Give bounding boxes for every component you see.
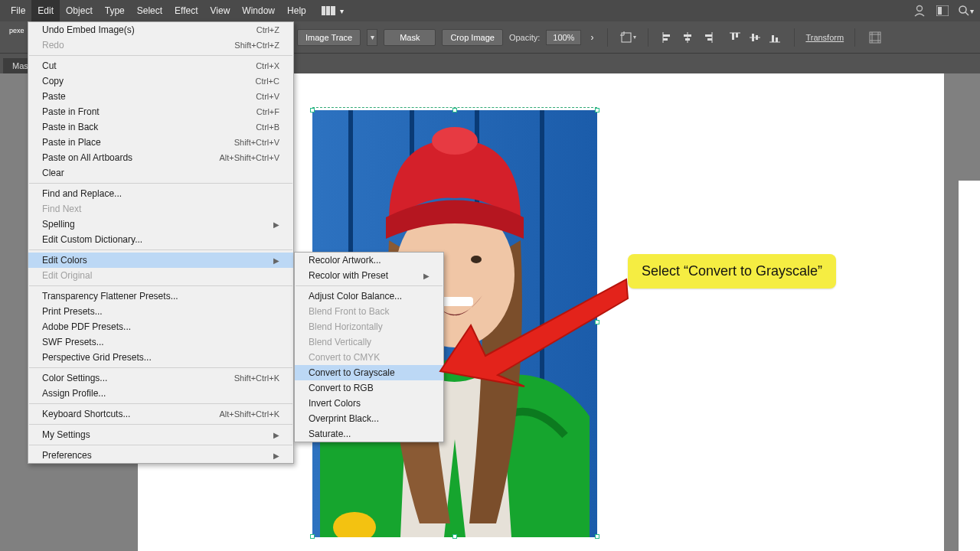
edit-menu-item[interactable]: My Settings▶	[28, 427, 293, 442]
svg-rect-12	[663, 34, 670, 37]
crop-image-button[interactable]: Crop Image	[442, 29, 502, 46]
edit-menu-item[interactable]: Print Presets...	[28, 304, 293, 319]
svg-point-40	[432, 127, 478, 155]
align-group	[659, 29, 783, 46]
edit-colors-submenu-item[interactable]: Convert to Grayscale	[295, 365, 443, 380]
svg-point-6	[959, 6, 966, 13]
svg-rect-13	[663, 38, 668, 41]
align-left-icon[interactable]	[659, 29, 676, 46]
edit-menu-item[interactable]: Keyboard Shortcuts...Alt+Shift+Ctrl+K	[28, 406, 293, 422]
opacity-label: Opacity:	[509, 33, 540, 42]
svg-rect-5	[938, 7, 942, 15]
edit-menu-item[interactable]: SWF Presets...	[28, 334, 293, 350]
edit-colors-submenu-item: Blend Front to Back	[295, 304, 443, 319]
user-icon[interactable]	[910, 2, 929, 19]
edit-menu-item[interactable]: Preferences▶	[28, 448, 293, 463]
edit-colors-submenu-item[interactable]: Overprint Black...	[295, 411, 443, 426]
annotation-callout: Select “Convert to Grayscale”	[628, 254, 836, 289]
opacity-value[interactable]: 100%	[546, 30, 581, 45]
edit-colors-submenu-item[interactable]: Saturate...	[295, 426, 443, 442]
edit-menu-item[interactable]: Color Settings...Shift+Ctrl+K	[28, 370, 293, 386]
menu-object[interactable]: Object	[60, 0, 99, 21]
mask-button[interactable]: Mask	[384, 29, 436, 46]
edit-menu-item[interactable]: Paste in PlaceShift+Ctrl+V	[28, 135, 293, 150]
align-bottom-icon[interactable]	[766, 29, 783, 46]
svg-point-3	[917, 6, 923, 11]
edit-menu-item: Edit Original	[28, 268, 293, 283]
edit-colors-submenu-item: Blend Vertically	[295, 334, 443, 350]
edit-menu-item[interactable]: Perspective Grid Presets...	[28, 350, 293, 365]
svg-rect-19	[707, 38, 712, 41]
edit-menu-item[interactable]: Find and Replace...	[28, 186, 293, 201]
edit-menu-item[interactable]: Adobe PDF Presets...	[28, 319, 293, 334]
svg-rect-27	[772, 35, 774, 42]
edit-menu-item[interactable]: Paste on All ArtboardsAlt+Shift+Ctrl+V	[28, 150, 293, 165]
svg-rect-25	[756, 35, 758, 40]
next-options-icon[interactable]: ›	[587, 32, 596, 43]
svg-rect-2	[331, 6, 335, 15]
edit-menu-item[interactable]: Assign Profile...	[28, 386, 293, 401]
edit-menu-item[interactable]: Transparency Flattener Presets...	[28, 289, 293, 304]
svg-rect-18	[705, 34, 712, 37]
edit-colors-submenu-item: Blend Horizontally	[295, 319, 443, 334]
menu-effect[interactable]: Effect	[168, 0, 204, 21]
search-icon[interactable]: ▾	[956, 2, 975, 19]
edit-dropdown-menu: Undo Embed Image(s)Ctrl+ZRedoShift+Ctrl+…	[28, 21, 294, 464]
menu-window[interactable]: Window	[236, 0, 281, 21]
edit-colors-submenu-item[interactable]: Recolor Artwork...	[295, 253, 443, 268]
transform-link[interactable]: Transform	[805, 33, 844, 42]
menu-file[interactable]: File	[5, 0, 31, 21]
svg-rect-0	[322, 6, 325, 15]
align-top-icon[interactable]	[727, 29, 743, 46]
artboard-next	[959, 181, 980, 551]
menu-select[interactable]: Select	[131, 0, 168, 21]
svg-rect-24	[752, 34, 754, 41]
edit-menu-item: Find Next	[28, 201, 293, 217]
svg-rect-28	[776, 37, 778, 42]
svg-point-42	[471, 256, 482, 263]
edit-menu-item: RedoShift+Ctrl+Z	[28, 37, 293, 53]
edit-menu-item[interactable]: Paste in BackCtrl+B	[28, 119, 293, 135]
menu-type[interactable]: Type	[99, 0, 131, 21]
svg-rect-22	[736, 33, 738, 37]
edit-menu-item[interactable]: CopyCtrl+C	[28, 73, 293, 89]
svg-rect-8	[622, 33, 631, 42]
menu-view[interactable]: View	[204, 0, 237, 21]
edit-colors-submenu-item[interactable]: Invert Colors	[295, 396, 443, 411]
arrange-documents-icon[interactable]	[933, 2, 952, 19]
align-right-icon[interactable]	[699, 29, 716, 46]
svg-line-7	[965, 12, 969, 15]
workspace-switcher-icon[interactable]: ▾	[322, 6, 344, 15]
edit-menu-item[interactable]: Edit Colors▶	[28, 253, 293, 268]
edit-menu-item[interactable]: Edit Custom Dictionary...	[28, 232, 293, 247]
svg-rect-1	[326, 6, 330, 15]
image-trace-dropdown[interactable]: ▾	[367, 29, 377, 46]
svg-rect-15	[684, 34, 691, 37]
align-hcenter-icon[interactable]	[679, 29, 696, 46]
svg-rect-16	[685, 38, 690, 41]
edit-menu-item[interactable]: Clear	[28, 165, 293, 181]
svg-rect-21	[732, 33, 734, 40]
edit-menu-item[interactable]: Undo Embed Image(s)Ctrl+Z	[28, 22, 293, 37]
edit-colors-submenu-item[interactable]: Adjust Color Balance...	[295, 289, 443, 304]
edit-menu-item[interactable]: Paste in FrontCtrl+F	[28, 104, 293, 119]
svg-rect-29	[870, 32, 880, 43]
edit-menu-item[interactable]: CutCtrl+X	[28, 58, 293, 73]
crop-to-artboard-icon[interactable]: ▾	[619, 28, 637, 47]
menu-help[interactable]: Help	[281, 0, 312, 21]
document-name-truncated: pexe	[9, 27, 24, 34]
image-trace-button[interactable]: Image Trace	[297, 29, 361, 46]
edit-colors-submenu-item: Convert to CMYK	[295, 350, 443, 365]
menu-edit[interactable]: Edit	[31, 0, 60, 21]
edit-colors-submenu-item[interactable]: Recolor with Preset▶	[295, 268, 443, 283]
align-vcenter-icon[interactable]	[746, 29, 763, 46]
edit-colors-submenu-item[interactable]: Convert to RGB	[295, 380, 443, 396]
isolate-icon[interactable]	[866, 28, 884, 47]
edit-colors-submenu: Recolor Artwork...Recolor with Preset▶Ad…	[294, 252, 444, 442]
edit-menu-item[interactable]: Spelling▶	[28, 217, 293, 232]
menu-bar: File Edit Object Type Select Effect View…	[0, 0, 980, 21]
edit-menu-item[interactable]: PasteCtrl+V	[28, 89, 293, 104]
